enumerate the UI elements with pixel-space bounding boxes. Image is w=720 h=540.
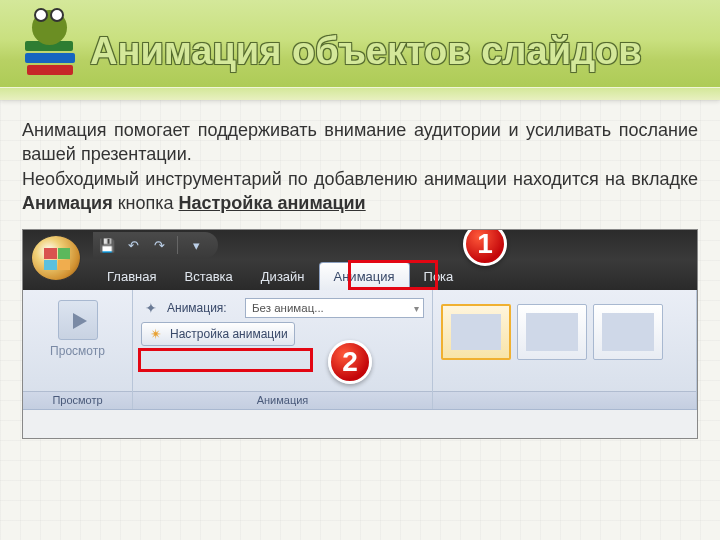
paragraph-line-2b: кнопка: [113, 193, 179, 213]
group-preview: Просмотр Просмотр: [23, 290, 133, 409]
powerpoint-screenshot: 💾 ↶ ↷ ▾ Главная Вставка Дизайн Анимация …: [22, 229, 698, 439]
tab-home[interactable]: Главная: [93, 263, 170, 290]
animation-row-label: Анимация:: [167, 301, 239, 315]
slide-header: Анимация объектов слайдов: [0, 0, 720, 100]
undo-icon[interactable]: ↶: [125, 237, 141, 253]
animate-icon: ✦: [141, 298, 161, 318]
group-animation-title: Анимация: [133, 391, 432, 409]
animation-dropdown-value: Без анимац...: [252, 302, 324, 314]
paragraph-line-1: Анимация помогает поддерживать внимание …: [22, 120, 698, 164]
quick-access-toolbar: 💾 ↶ ↷ ▾: [93, 232, 218, 258]
paragraph-line-2a: Необходимый инструментарий по добавлению…: [22, 169, 698, 189]
transition-thumb-2[interactable]: [593, 304, 663, 360]
office-button[interactable]: [31, 235, 81, 281]
qat-separator: [177, 236, 178, 254]
animation-selector-row: ✦ Анимация: Без анимац...: [141, 298, 424, 318]
preview-button[interactable]: Просмотр: [23, 296, 132, 362]
callout-2: 2: [328, 340, 372, 384]
qat-dropdown-icon[interactable]: ▾: [188, 237, 204, 253]
star-arrow-icon: ✴: [148, 326, 164, 342]
animation-dropdown[interactable]: Без анимац...: [245, 298, 424, 318]
custom-animation-row: ✴ Настройка анимации: [141, 322, 424, 346]
group-transitions: [433, 290, 697, 409]
mascot-bookworm: [20, 10, 80, 85]
tab-slideshow[interactable]: Пока: [410, 263, 468, 290]
group-preview-title: Просмотр: [23, 391, 132, 409]
transition-thumb-1[interactable]: [517, 304, 587, 360]
preview-icon: [58, 300, 98, 340]
paragraph-bold-tab: Анимация: [22, 193, 113, 213]
custom-animation-label: Настройка анимации: [170, 327, 288, 341]
title-bar: 💾 ↶ ↷ ▾: [23, 230, 697, 260]
redo-icon[interactable]: ↷: [151, 237, 167, 253]
tab-animation[interactable]: Анимация: [319, 262, 410, 290]
transition-none[interactable]: [441, 304, 511, 360]
save-icon[interactable]: 💾: [99, 237, 115, 253]
paragraph-bold-button: Настройка анимации: [179, 193, 366, 213]
group-transitions-title: [433, 391, 696, 409]
group-animation: ✦ Анимация: Без анимац... ✴ Настройка ан…: [133, 290, 433, 409]
slide-body-text: Анимация помогает поддерживать внимание …: [0, 100, 720, 229]
ribbon-tabs: Главная Вставка Дизайн Анимация Пока: [23, 260, 697, 290]
preview-label: Просмотр: [50, 344, 105, 358]
custom-animation-button[interactable]: ✴ Настройка анимации: [141, 322, 295, 346]
slide-title: Анимация объектов слайдов: [90, 30, 642, 73]
tab-design[interactable]: Дизайн: [247, 263, 319, 290]
tab-insert[interactable]: Вставка: [170, 263, 246, 290]
